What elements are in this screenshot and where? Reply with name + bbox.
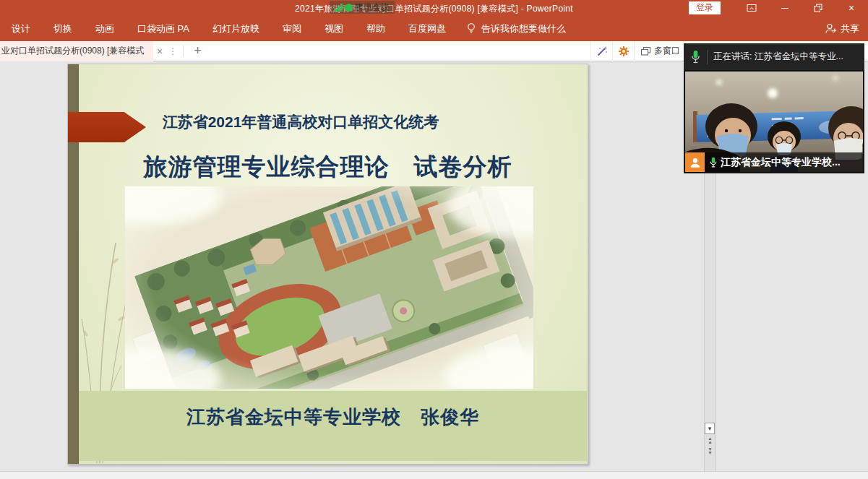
participant-label-bar: 江苏省金坛中等专业学校... <box>685 152 863 172</box>
tab-design[interactable]: 设计 <box>0 16 42 41</box>
settings-button[interactable] <box>612 41 634 61</box>
document-tab-label: 业对口单招试题分析(0908) [兼容模式 <box>1 45 153 57</box>
green-dot-icon <box>345 4 353 12</box>
microphone-icon <box>690 49 701 64</box>
new-tab-button[interactable]: + <box>187 43 208 59</box>
multi-window-label: 多窗口 <box>654 45 680 57</box>
close-button[interactable]: × <box>835 0 868 16</box>
footer-band: 江苏省金坛中等专业学校 张俊华 <box>79 391 587 461</box>
tab-review[interactable]: 审阅 <box>271 16 313 41</box>
tab-baidu-netdisk[interactable]: 百度网盘 <box>397 16 457 41</box>
tab-help[interactable]: 帮助 <box>355 16 397 41</box>
tab-close-button[interactable]: × <box>153 46 166 57</box>
minimize-button[interactable] <box>768 0 802 16</box>
tab-pocket-animation[interactable]: 口袋动画 PA <box>126 16 201 41</box>
ribbon-tab-row: 设计 切换 动画 口袋动画 PA 幻灯片放映 审阅 视图 帮助 百度网盘 告诉我… <box>0 16 868 41</box>
window-controls: 登录 × <box>689 0 868 16</box>
tell-me-label: 告诉我你想要做什么 <box>481 22 566 35</box>
close-icon: × <box>848 3 854 13</box>
restore-button[interactable] <box>802 0 835 16</box>
tab-more-button[interactable]: ⋮ <box>166 46 179 56</box>
slide-footer[interactable]: 江苏省金坛中等专业学校 张俊华 <box>79 405 587 430</box>
magic-wand-icon <box>596 46 608 57</box>
multi-window-button[interactable]: 多窗口 <box>634 41 686 61</box>
sign-in-button[interactable]: 登录 <box>689 1 721 14</box>
tab-slideshow[interactable]: 幻灯片放映 <box>201 16 271 41</box>
tab-view[interactable]: 视图 <box>313 16 355 41</box>
document-tab[interactable]: 业对口单招试题分析(0908) [兼容模式 <box>0 41 153 61</box>
tencent-meeting-badge[interactable]: 腾讯会议 <box>330 1 395 14</box>
multi-window-icon <box>640 46 651 56</box>
participant-mic-icon <box>709 156 718 168</box>
person-icon <box>689 156 702 169</box>
next-slide-button[interactable]: ▼ ▼ <box>705 447 716 454</box>
slide[interactable]: 江苏省2021年普通高校对口单招文化统考 旅游管理专业综合理论 试卷分析 <box>67 64 588 465</box>
slide-subtitle[interactable]: 江苏省2021年普通高校对口单招文化统考 <box>127 112 474 132</box>
ribbon-display-options-button[interactable] <box>735 0 768 16</box>
magic-wand-button[interactable] <box>590 41 612 61</box>
gear-icon <box>618 46 629 57</box>
signal-bars-icon <box>335 4 343 12</box>
title-bar: 2021年旅游管理专业对口单招试题分析(0908) [兼容模式] - Power… <box>0 0 868 16</box>
speaking-bar: 正在讲话: 江苏省金坛中等专业... <box>684 43 864 70</box>
lightbulb-icon <box>466 22 476 35</box>
share-button[interactable]: 共享 <box>825 16 859 41</box>
tab-animations[interactable]: 动画 <box>84 16 126 41</box>
speaking-bar-divider <box>707 50 708 64</box>
tabbar-tools: 多窗口 <box>590 41 686 61</box>
scroll-down-button[interactable]: ▾ <box>705 423 715 434</box>
campus-aerial-image[interactable] <box>125 186 533 389</box>
participant-name: 江苏省金坛中等专业学校... <box>721 156 841 169</box>
ribbon-display-options-icon <box>747 4 757 12</box>
tell-me-box[interactable]: 告诉我你想要做什么 <box>466 22 566 35</box>
share-label: 共享 <box>841 22 859 35</box>
minimize-icon <box>781 8 788 9</box>
slide-title[interactable]: 旅游管理专业综合理论 试卷分析 <box>68 151 588 184</box>
participant-avatar <box>685 152 705 172</box>
video-feed[interactable]: 江苏省金坛中等专业学校... <box>684 70 864 173</box>
meeting-overlay[interactable]: 正在讲话: 江苏省金坛中等专业... <box>684 43 864 173</box>
tab-transitions[interactable]: 切换 <box>42 16 84 41</box>
meeting-badge-label: 腾讯会议 <box>355 1 390 14</box>
tabbar-separator <box>183 46 184 57</box>
speaking-text: 正在讲话: 江苏省金坛中等专业... <box>713 51 843 63</box>
person-plus-icon <box>825 23 837 34</box>
restore-icon <box>814 4 822 12</box>
previous-slide-button[interactable]: ▲ ▲ <box>705 436 716 444</box>
status-bar <box>0 471 868 479</box>
